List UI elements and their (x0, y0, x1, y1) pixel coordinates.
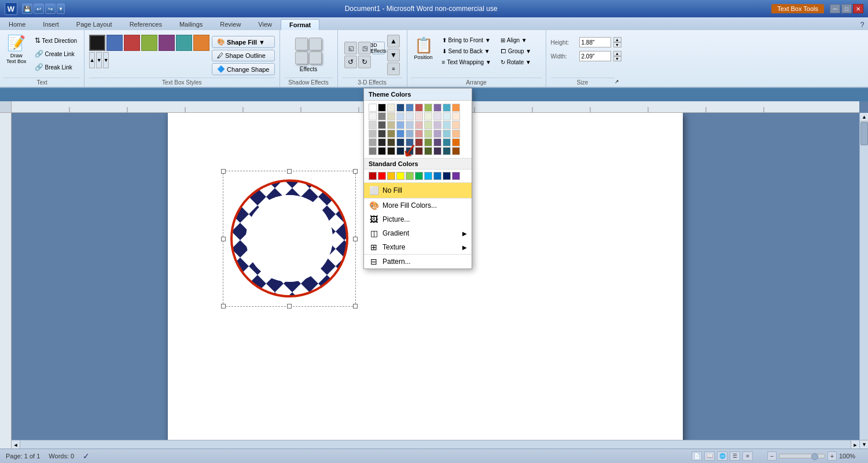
tc-2-6[interactable] (415, 112, 423, 120)
tc-5-4[interactable] (396, 138, 404, 146)
height-up[interactable]: ▲ (613, 37, 621, 42)
tc-2-7[interactable] (424, 112, 432, 120)
3d-effects-label-btn[interactable]: 3DEffects (372, 42, 385, 54)
titlebar-minimize[interactable]: ─ (830, 4, 840, 13)
tc-2-8[interactable] (433, 112, 442, 120)
tc-5-2[interactable] (378, 138, 386, 146)
quick-access-redo[interactable]: ↪ (45, 3, 56, 14)
style-more[interactable]: ▼ (103, 52, 109, 68)
sc-10[interactable] (452, 172, 460, 180)
size-expand-icon[interactable]: ↗ (615, 79, 621, 86)
swatch-black[interactable] (89, 35, 105, 51)
tc-6-4[interactable] (396, 147, 404, 155)
more-fill-colors-item[interactable]: 🎨 More Fill Colors... (364, 199, 472, 212)
tc-2-1[interactable] (369, 112, 377, 120)
style-scroll-up[interactable]: ▲ (89, 52, 95, 68)
full-reading-btn[interactable]: 📖 (704, 451, 715, 461)
tc-3-1[interactable] (369, 121, 377, 129)
shadow-effects-btn[interactable]: Effects (295, 38, 322, 72)
tc-5-3[interactable] (387, 138, 395, 146)
tc-5-9[interactable] (443, 138, 451, 146)
quick-access-save[interactable]: 💾 (22, 3, 32, 14)
outline-btn[interactable]: ☰ (730, 451, 740, 461)
print-layout-btn[interactable]: 📄 (692, 451, 702, 461)
tc-6-1[interactable] (369, 147, 377, 155)
tc-5-5[interactable] (406, 138, 414, 146)
tc-cream[interactable] (387, 104, 395, 112)
text-wrapping-btn[interactable]: ≡ Text Wrapping ▼ (439, 57, 495, 67)
swatch-purple[interactable] (159, 35, 175, 51)
shape-container[interactable] (223, 171, 356, 307)
tc-3-4[interactable] (396, 121, 404, 129)
web-layout-btn[interactable]: 🌐 (717, 451, 727, 461)
tc-2-5[interactable] (406, 112, 414, 120)
tc-3-10[interactable] (452, 121, 460, 129)
rotate-btn[interactable]: ↻ Rotate ▼ (497, 57, 535, 67)
sc-2[interactable] (378, 172, 386, 180)
tc-3-5[interactable] (406, 121, 414, 129)
vertical-scrollbar[interactable]: ▲ ▼ (859, 113, 868, 449)
no-fill-item[interactable]: ⬜ No Fill (364, 182, 472, 199)
tc-2-4[interactable] (396, 112, 404, 120)
sc-3[interactable] (387, 172, 395, 180)
gradient-item[interactable]: ◫ Gradient ▶ (364, 226, 472, 240)
scroll-up-btn[interactable]: ▲ (860, 113, 868, 122)
tc-red[interactable] (415, 104, 423, 112)
tc-6-10[interactable] (452, 147, 460, 155)
tc-4-6[interactable] (415, 130, 423, 138)
sc-8[interactable] (433, 172, 442, 180)
tc-6-3[interactable] (387, 147, 395, 155)
quick-access-dropdown[interactable]: ▼ (57, 3, 65, 14)
sc-4[interactable] (396, 172, 404, 180)
swatch-blue[interactable] (106, 35, 123, 51)
swatch-orange[interactable] (193, 35, 209, 51)
titlebar-close[interactable]: ✕ (853, 4, 863, 13)
tab-mailings[interactable]: Mailings (171, 19, 211, 30)
width-up[interactable]: ▲ (613, 51, 621, 56)
ribbon-help-icon[interactable]: ? (856, 20, 868, 30)
tc-4-4[interactable] (396, 130, 404, 138)
change-shape-btn[interactable]: 🔷 Change Shape (212, 63, 274, 75)
tc-4-2[interactable] (378, 130, 386, 138)
tc-3-8[interactable] (433, 121, 442, 129)
sc-9[interactable] (443, 172, 451, 180)
sc-6[interactable] (415, 172, 423, 180)
3d-down-btn[interactable]: ▼ (387, 49, 400, 61)
tab-view[interactable]: View (249, 19, 281, 30)
tc-4-7[interactable] (424, 130, 432, 138)
tc-olive[interactable] (424, 104, 432, 112)
break-link-btn[interactable]: 🔗 Break Link (31, 61, 81, 73)
tc-2-9[interactable] (443, 112, 451, 120)
tc-4-9[interactable] (443, 130, 451, 138)
sc-5[interactable] (406, 172, 414, 180)
swatch-red[interactable] (124, 35, 140, 51)
style-scroll-down[interactable]: ▼ (96, 52, 102, 68)
3d-btn-2[interactable]: ◳ (358, 42, 371, 54)
tc-6-8[interactable] (433, 147, 442, 155)
tc-3-9[interactable] (443, 121, 451, 129)
tab-home[interactable]: Home (0, 19, 34, 30)
zoom-slider[interactable] (779, 454, 825, 458)
swatch-green[interactable] (141, 35, 157, 51)
swatch-teal[interactable] (176, 35, 192, 51)
tc-6-7[interactable] (424, 147, 432, 155)
bring-to-front-btn[interactable]: ⬆ Bring to Front ▼ (439, 35, 495, 45)
3d-rotate-right[interactable]: ↻ (358, 56, 371, 68)
shape-outline-btn[interactable]: 🖊 Shape Outline (212, 50, 274, 61)
scroll-left-btn[interactable]: ◄ (12, 440, 20, 449)
tc-teal[interactable] (443, 104, 451, 112)
send-to-back-btn[interactable]: ⬇ Send to Back ▼ (439, 46, 495, 56)
texture-item[interactable]: ⊞ Texture ▶ (364, 240, 472, 254)
tc-6-2[interactable] (378, 147, 386, 155)
tab-review[interactable]: Review (211, 19, 249, 30)
tc-5-7[interactable] (424, 138, 432, 146)
tc-4-5[interactable] (406, 130, 414, 138)
scroll-down-btn[interactable]: ▼ (860, 440, 868, 449)
3d-up-btn[interactable]: ▲ (387, 35, 400, 47)
tab-format[interactable]: Format (281, 19, 319, 30)
tc-6-9[interactable] (443, 147, 451, 155)
align-btn[interactable]: ⊞ Align ▼ (497, 35, 535, 45)
tc-black[interactable] (378, 104, 386, 112)
tc-orange[interactable] (452, 104, 460, 112)
tc-2-3[interactable] (387, 112, 395, 120)
